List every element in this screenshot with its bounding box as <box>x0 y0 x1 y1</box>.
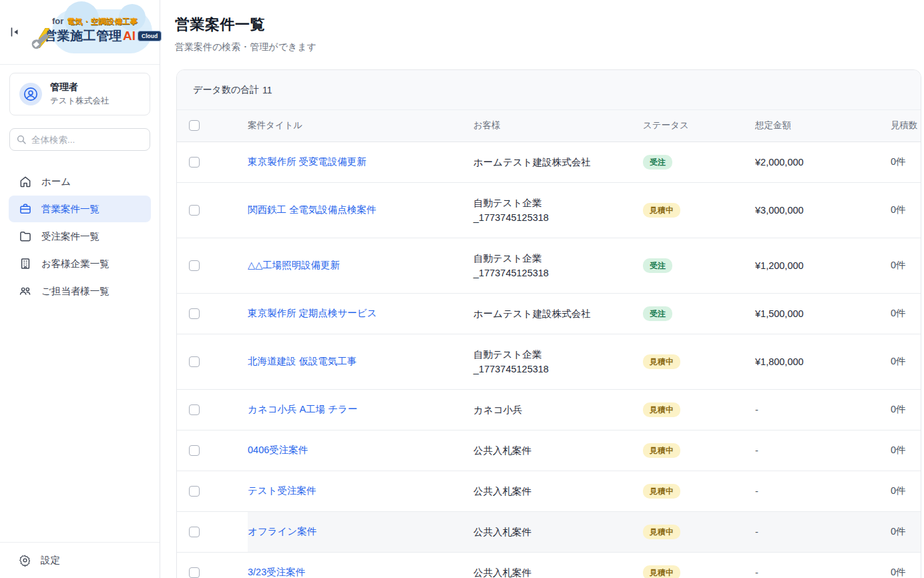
briefcase-icon <box>19 202 32 216</box>
status-badge: 見積中 <box>643 402 680 417</box>
column-header-amount: 想定金額 <box>755 110 891 141</box>
logo-for-text: for <box>52 16 63 26</box>
status-badge: 受注 <box>643 258 672 273</box>
sidebar-item-customer-companies[interactable]: お客様企業一覧 <box>9 250 151 277</box>
column-header-customer: お客様 <box>473 110 643 141</box>
users-icon <box>19 284 32 298</box>
case-title-link[interactable]: 0406受注案件 <box>248 445 308 455</box>
row-checkbox[interactable] <box>189 486 200 497</box>
status-badge: 見積中 <box>643 484 680 499</box>
quote-count-cell: 0件 <box>891 141 921 182</box>
amount-cell: ¥1,200,000 <box>755 238 891 293</box>
case-title-link[interactable]: 北海道建設 仮設電気工事 <box>248 356 357 366</box>
search-icon <box>16 134 27 145</box>
customer-cell: 公共入札案件 <box>473 471 643 511</box>
table-body: 東京製作所 受変電設備更新 ホームテスト建設株式会社 受注 ¥2,000,000… <box>177 141 921 578</box>
gear-icon <box>19 554 31 567</box>
table-row[interactable]: テスト受注案件 公共入札案件 見積中 - 0件 <box>177 471 921 511</box>
amount-cell: ¥1,500,000 <box>755 293 891 334</box>
table-toolbar: データ数の合計 11 <box>177 70 921 110</box>
sidebar-item-sales-cases[interactable]: 営業案件一覧 <box>9 196 151 222</box>
sidebar-item-contacts[interactable]: ご担当者様一覧 <box>9 278 151 304</box>
sidebar-item-label: 受注案件一覧 <box>41 230 99 243</box>
row-checkbox[interactable] <box>189 157 200 168</box>
customer-cell: 公共入札案件 <box>473 511 643 552</box>
status-badge: 見積中 <box>643 203 680 218</box>
case-title-link[interactable]: △△工場照明設備更新 <box>248 260 340 270</box>
sidebar-item-label: 営業案件一覧 <box>41 203 99 216</box>
row-checkbox[interactable] <box>189 567 200 578</box>
case-title-link[interactable]: 関西鉄工 全電気設備点検案件 <box>248 204 377 215</box>
user-role: 管理者 <box>50 81 109 93</box>
collapse-sidebar-icon <box>9 26 21 38</box>
app-root: for 電気・空調設備工事 営業施工管理 AI Cloud <box>0 0 924 578</box>
search-input[interactable] <box>9 128 150 151</box>
table-row[interactable]: カネコ小兵 A工場 チラー カネコ小兵 見積中 - 0件 <box>177 389 921 430</box>
row-checkbox[interactable] <box>189 308 200 319</box>
customer-cell: 自動テスト企業_1773745125318 <box>473 182 643 238</box>
building-icon <box>19 257 32 270</box>
sidebar-collapse-button[interactable] <box>7 24 23 40</box>
amount-cell: ¥1,800,000 <box>755 334 891 389</box>
wrench-lightning-icon <box>29 28 57 52</box>
row-checkbox[interactable] <box>189 404 200 415</box>
row-checkbox[interactable] <box>189 205 200 216</box>
sidebar-item-home[interactable]: ホーム <box>9 168 151 195</box>
page-title: 営業案件一覧 <box>175 15 921 35</box>
case-title-link[interactable]: カネコ小兵 A工場 チラー <box>248 404 357 414</box>
status-badge: 見積中 <box>643 565 680 578</box>
amount-cell: - <box>755 430 891 471</box>
customer-cell: 自動テスト企業_1773745125318 <box>473 238 643 293</box>
customer-cell: 公共入札案件 <box>473 552 643 578</box>
quote-count-cell: 0件 <box>891 471 921 511</box>
cases-table-card: データ数の合計 11 案件タイトル お客様 ステータス 想定金額 見積数 <box>176 69 921 578</box>
select-all-checkbox[interactable] <box>189 120 200 131</box>
table-header-row: 案件タイトル お客様 ステータス 想定金額 見積数 <box>177 110 921 141</box>
quote-count-cell: 0件 <box>891 334 921 389</box>
table-row[interactable]: △△工場照明設備更新 自動テスト企業_1773745125318 受注 ¥1,2… <box>177 238 921 293</box>
table-row[interactable]: 北海道建設 仮設電気工事 自動テスト企業_1773745125318 見積中 ¥… <box>177 334 921 389</box>
table-row[interactable]: 関西鉄工 全電気設備点検案件 自動テスト企業_1773745125318 見積中… <box>177 182 921 238</box>
customer-cell: ホームテスト建設株式会社 <box>473 293 643 334</box>
user-circle-icon <box>23 87 38 101</box>
case-title-link[interactable]: テスト受注案件 <box>248 485 316 496</box>
logo-cloud-badge: Cloud <box>138 31 162 41</box>
status-badge: 見積中 <box>643 525 680 539</box>
sidebar-item-label: ご担当者様一覧 <box>41 285 109 298</box>
table-row[interactable]: 3/23受注案件 公共入札案件 見積中 - 0件 <box>177 552 921 578</box>
amount-cell: ¥3,000,000 <box>755 182 891 238</box>
table-row[interactable]: 0406受注案件 公共入札案件 見積中 - 0件 <box>177 430 921 471</box>
case-title-link[interactable]: 3/23受注案件 <box>248 567 305 577</box>
table-row[interactable]: 東京製作所 受変電設備更新 ホームテスト建設株式会社 受注 ¥2,000,000… <box>177 141 921 182</box>
table-row[interactable]: オフライン案件 公共入札案件 見積中 - 0件 <box>177 511 921 552</box>
case-title-link[interactable]: 東京製作所 受変電設備更新 <box>248 156 367 167</box>
column-header-status: ステータス <box>643 110 755 141</box>
avatar <box>19 83 42 105</box>
amount-cell: - <box>755 389 891 430</box>
status-badge: 受注 <box>643 306 672 321</box>
sidebar-item-settings[interactable]: 設定 <box>0 542 160 578</box>
sidebar-item-label: ホーム <box>41 176 71 188</box>
data-count-value: 11 <box>262 85 272 95</box>
row-checkbox[interactable] <box>189 356 200 367</box>
customer-cell: カネコ小兵 <box>473 389 643 430</box>
table-row[interactable]: 東京製作所 定期点検サービス ホームテスト建設株式会社 受注 ¥1,500,00… <box>177 293 921 334</box>
quote-count-cell: 0件 <box>891 511 921 552</box>
row-checkbox[interactable] <box>189 260 200 271</box>
home-icon <box>19 175 32 188</box>
case-title-link[interactable]: 東京製作所 定期点検サービス <box>248 308 377 318</box>
sidebar-item-orders[interactable]: 受注案件一覧 <box>9 223 151 250</box>
row-checkbox[interactable] <box>189 445 200 456</box>
amount-cell: ¥2,000,000 <box>755 141 891 182</box>
sidebar-header: for 電気・空調設備工事 営業施工管理 AI Cloud <box>0 0 160 65</box>
status-badge: 見積中 <box>643 354 680 369</box>
quote-count-cell: 0件 <box>891 182 921 238</box>
column-header-title: 案件タイトル <box>248 110 473 141</box>
row-checkbox[interactable] <box>189 527 200 537</box>
main-content: 営業案件一覧 営業案件の検索・管理ができます データ数の合計 11 案件タイトル… <box>160 0 924 578</box>
quote-count-cell: 0件 <box>891 389 921 430</box>
column-header-quotes: 見積数 <box>891 110 921 141</box>
user-card[interactable]: 管理者 テスト株式会社 <box>9 73 150 115</box>
case-title-link[interactable]: オフライン案件 <box>248 526 316 537</box>
customer-cell: 自動テスト企業_1773745125318 <box>473 334 643 389</box>
